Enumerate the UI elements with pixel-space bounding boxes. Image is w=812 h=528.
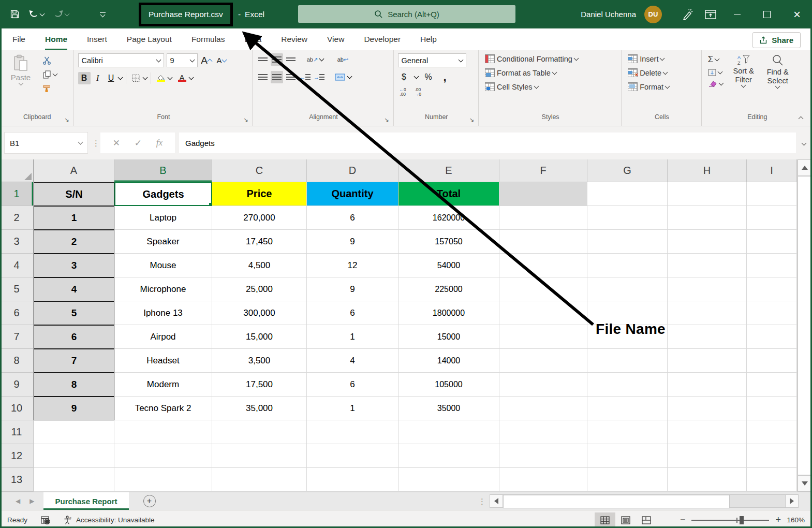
enter-button[interactable]: ✓ bbox=[135, 138, 142, 149]
cell-D3[interactable]: 9 bbox=[307, 230, 398, 254]
horizontal-scrollbar[interactable]: ⋮ bbox=[478, 492, 799, 510]
cell-F6[interactable] bbox=[499, 301, 587, 325]
cell-B12[interactable] bbox=[114, 444, 212, 468]
scroll-down-button[interactable] bbox=[798, 475, 812, 492]
zoom-slider-thumb[interactable] bbox=[740, 516, 744, 524]
cell-H1[interactable] bbox=[668, 182, 747, 206]
cell-A8[interactable]: 7 bbox=[34, 349, 114, 373]
tab-home[interactable]: Home bbox=[45, 28, 67, 50]
top-align-button[interactable] bbox=[257, 53, 269, 66]
decrease-font-button[interactable]: A bbox=[215, 54, 228, 67]
cell-B10[interactable]: Tecno Spark 2 bbox=[114, 397, 212, 420]
cell-F12[interactable] bbox=[499, 444, 587, 468]
cell-G3[interactable] bbox=[587, 230, 668, 254]
cell-C5[interactable]: 25,000 bbox=[212, 277, 307, 301]
page-layout-view-button[interactable] bbox=[615, 512, 636, 528]
tab-help[interactable]: Help bbox=[420, 28, 437, 50]
italic-button[interactable]: I bbox=[92, 72, 104, 84]
avatar[interactable]: DU bbox=[644, 6, 662, 23]
cell-E13[interactable] bbox=[398, 468, 499, 492]
autosum-button[interactable]: Σ bbox=[706, 53, 721, 66]
cell-I2[interactable] bbox=[747, 206, 797, 230]
cell-C12[interactable] bbox=[212, 444, 307, 468]
cell-I11[interactable] bbox=[747, 420, 797, 444]
macro-record-button[interactable] bbox=[41, 516, 50, 524]
cell-G4[interactable] bbox=[587, 254, 668, 277]
cell-D2[interactable]: 6 bbox=[307, 206, 398, 230]
cell-F10[interactable] bbox=[499, 397, 587, 420]
cell-I5[interactable] bbox=[747, 277, 797, 301]
cell-I6[interactable] bbox=[747, 301, 797, 325]
cell-I10[interactable] bbox=[747, 397, 797, 420]
cell-D11[interactable] bbox=[307, 420, 398, 444]
percent-style-button[interactable]: % bbox=[422, 71, 435, 83]
align-left-button[interactable] bbox=[257, 71, 269, 83]
cancel-button[interactable]: ✕ bbox=[113, 138, 120, 149]
clear-button[interactable] bbox=[706, 79, 725, 89]
cell-A2[interactable]: 1 bbox=[34, 206, 114, 230]
middle-align-button[interactable] bbox=[271, 53, 283, 66]
column-header-E[interactable]: E bbox=[398, 159, 499, 182]
cell-I9[interactable] bbox=[747, 373, 797, 397]
cell-D13[interactable] bbox=[307, 468, 398, 492]
row-header-11[interactable]: 11 bbox=[0, 420, 34, 444]
cell-D4[interactable]: 12 bbox=[307, 254, 398, 277]
cell-C2[interactable]: 270,000 bbox=[212, 206, 307, 230]
cell-I13[interactable] bbox=[747, 468, 797, 492]
column-header-F[interactable]: F bbox=[499, 159, 587, 182]
cell-E2[interactable]: 1620000 bbox=[398, 206, 499, 230]
horizontal-scroll-track[interactable] bbox=[503, 494, 785, 508]
cell-F5[interactable] bbox=[499, 277, 587, 301]
row-header-2[interactable]: 2 bbox=[0, 206, 34, 230]
cell-D8[interactable]: 4 bbox=[307, 349, 398, 373]
cell-D1[interactable]: Quantity bbox=[307, 182, 398, 206]
cell-E1[interactable]: Total bbox=[398, 182, 499, 206]
cell-B1[interactable]: Gadgets bbox=[114, 182, 212, 206]
cell-C4[interactable]: 4,500 bbox=[212, 254, 307, 277]
new-sheet-button[interactable]: + bbox=[143, 495, 156, 507]
cell-E10[interactable]: 35000 bbox=[398, 397, 499, 420]
accessibility-status[interactable]: ? Accessibility: Unavailable bbox=[64, 516, 155, 524]
cell-A7[interactable]: 6 bbox=[34, 325, 114, 349]
delete-cells-button[interactable]: × Delete bbox=[626, 67, 669, 78]
formula-input[interactable]: Gadgets bbox=[179, 133, 796, 153]
cell-F1[interactable] bbox=[499, 182, 587, 206]
cell-H9[interactable] bbox=[668, 373, 747, 397]
cell-G9[interactable] bbox=[587, 373, 668, 397]
format-as-table-button[interactable]: Format as Table bbox=[483, 67, 558, 78]
prev-sheet-button[interactable]: ◀ bbox=[16, 497, 20, 505]
column-header-A[interactable]: A bbox=[34, 159, 114, 182]
conditional-formatting-button[interactable]: Conditional Formatting bbox=[483, 53, 580, 64]
scroll-left-button[interactable] bbox=[490, 494, 503, 508]
cell-B9[interactable]: Moderm bbox=[114, 373, 212, 397]
cell-B7[interactable]: Airpod bbox=[114, 325, 212, 349]
cell-B8[interactable]: Headset bbox=[114, 349, 212, 373]
cell-H11[interactable] bbox=[668, 420, 747, 444]
coming-soon-button[interactable] bbox=[676, 0, 699, 28]
font-color-chevron[interactable] bbox=[188, 75, 194, 80]
column-header-I[interactable]: I bbox=[747, 159, 797, 182]
cell-C9[interactable]: 17,500 bbox=[212, 373, 307, 397]
insert-function-button[interactable]: fx bbox=[156, 138, 163, 148]
borders-button[interactable] bbox=[130, 72, 142, 84]
sort-filter-button[interactable]: AZ Sort & Filter bbox=[728, 53, 759, 88]
cell-F3[interactable] bbox=[499, 230, 587, 254]
save-button[interactable] bbox=[8, 8, 21, 21]
cell-G12[interactable] bbox=[587, 444, 668, 468]
comma-style-button[interactable]: , bbox=[439, 71, 451, 83]
cell-H5[interactable] bbox=[668, 277, 747, 301]
format-painter-button[interactable] bbox=[40, 83, 59, 94]
fill-color-chevron[interactable] bbox=[167, 75, 172, 80]
tab-page-layout[interactable]: Page Layout bbox=[127, 28, 172, 50]
row-header-13[interactable]: 13 bbox=[0, 468, 34, 492]
cell-E7[interactable]: 15000 bbox=[398, 325, 499, 349]
wrap-text-button[interactable]: ab↩ bbox=[336, 53, 349, 66]
scroll-right-button[interactable] bbox=[785, 494, 799, 508]
cell-E5[interactable]: 225000 bbox=[398, 277, 499, 301]
number-dialog-launcher[interactable]: ↘ bbox=[469, 117, 474, 123]
cell-C13[interactable] bbox=[212, 468, 307, 492]
formula-bar-grip[interactable]: ⋮ bbox=[92, 142, 96, 144]
column-header-D[interactable]: D bbox=[307, 159, 398, 182]
cell-F11[interactable] bbox=[499, 420, 587, 444]
clipboard-dialog-launcher[interactable]: ↘ bbox=[64, 117, 69, 123]
